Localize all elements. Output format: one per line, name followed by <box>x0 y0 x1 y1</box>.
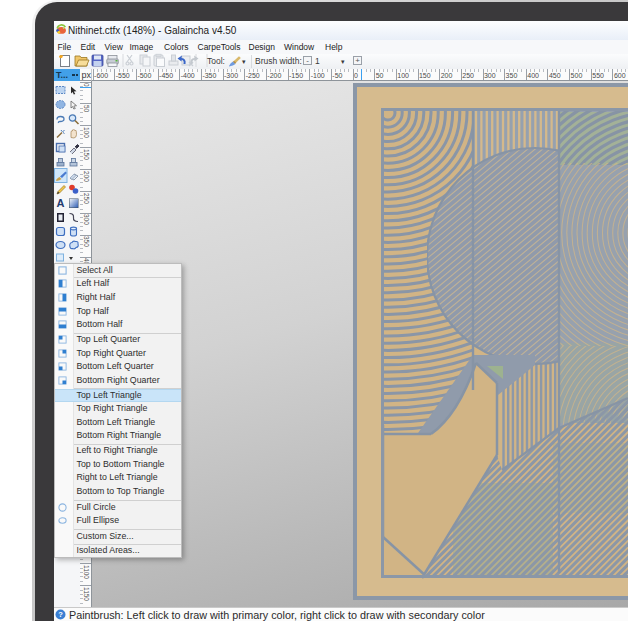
svg-text:?: ? <box>58 610 63 619</box>
svg-text:A: A <box>57 197 65 209</box>
